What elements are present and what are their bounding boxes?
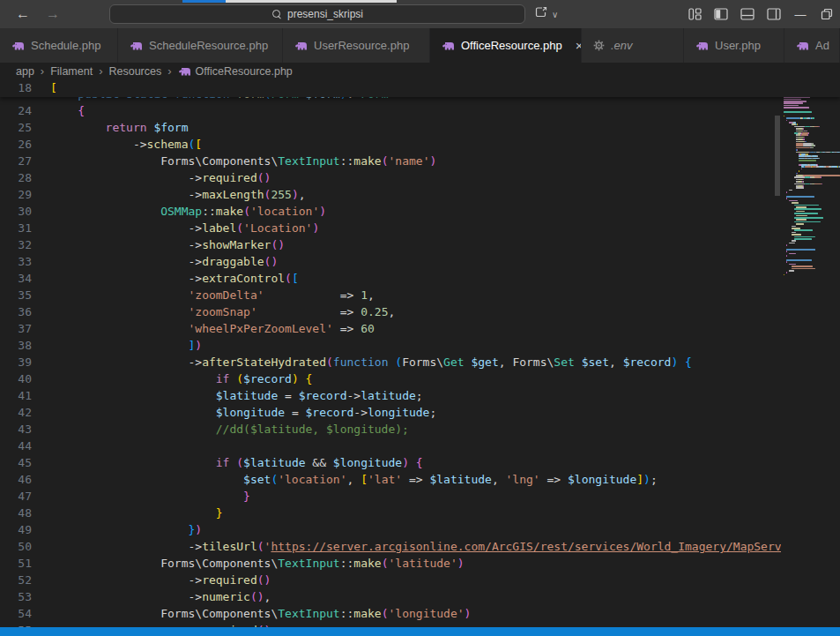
code-line[interactable]: 45if ($latitude && $longitude) { bbox=[0, 454, 781, 471]
line-number[interactable]: 41 bbox=[0, 387, 32, 404]
line-number[interactable]: 46 bbox=[0, 471, 32, 488]
line-number[interactable]: 33 bbox=[0, 253, 32, 270]
code-line[interactable]: 43//dd($latitude, $longitude); bbox=[0, 421, 781, 438]
customize-layout-icon[interactable] bbox=[681, 0, 708, 28]
minimap-line bbox=[794, 213, 818, 214]
breadcrumb-item-app[interactable]: app bbox=[16, 65, 34, 78]
breadcrumb-item-resources[interactable]: Resources bbox=[108, 65, 161, 78]
status-bar[interactable] bbox=[0, 627, 840, 636]
line-number[interactable]: 39 bbox=[0, 354, 32, 370]
code-line[interactable]: 39->afterStateHydrated(function (Forms\G… bbox=[0, 354, 781, 370]
tab-user-php[interactable]: User.php bbox=[684, 28, 784, 63]
tab-userresource-php[interactable]: UserResource.php bbox=[283, 28, 430, 63]
line-number[interactable]: 44 bbox=[0, 438, 32, 454]
code-line[interactable]: 37'wheelPxPerZoomLevel' => 60 bbox=[0, 320, 781, 337]
code-line[interactable]: 30OSMMap::make('location') bbox=[0, 203, 781, 220]
code-line[interactable]: 35'zoomDelta' => 1, bbox=[0, 287, 781, 303]
back-arrow-icon[interactable]: ← bbox=[16, 6, 30, 22]
forward-arrow-icon[interactable]: → bbox=[46, 6, 60, 22]
code-line[interactable]: 42$longitude = $record->longitude; bbox=[0, 404, 781, 421]
line-number[interactable]: 26 bbox=[0, 136, 32, 153]
line-number[interactable]: 25 bbox=[0, 119, 32, 136]
code-line[interactable]: 51Forms\Components\TextInput::make('lati… bbox=[0, 555, 781, 572]
line-number[interactable]: 18 bbox=[0, 79, 32, 97]
line-number[interactable]: 29 bbox=[0, 186, 32, 203]
tab-officeresource-php[interactable]: OfficeResource.php× bbox=[430, 28, 582, 63]
tab-scheduleresource-php[interactable]: ScheduleResource.php bbox=[118, 28, 283, 63]
line-number[interactable]: 53 bbox=[0, 588, 32, 605]
line-number[interactable]: 52 bbox=[0, 572, 32, 588]
code-line[interactable]: public static function form(Form $form):… bbox=[0, 97, 840, 102]
code-line[interactable]: 29->maxLength(255), bbox=[0, 186, 781, 203]
minimap-line bbox=[798, 131, 803, 132]
code-line[interactable]: 27Forms\Components\TextInput::make('name… bbox=[0, 153, 781, 169]
code-line[interactable]: 48} bbox=[0, 505, 781, 521]
line-number[interactable]: 50 bbox=[0, 538, 32, 555]
restore-window-button[interactable] bbox=[814, 0, 840, 28]
breadcrumb-file[interactable]: OfficeResource.php bbox=[178, 65, 293, 78]
tab-ad[interactable]: Ad bbox=[784, 28, 840, 63]
code-line[interactable]: 32->showMarker() bbox=[0, 236, 781, 253]
minimap-line bbox=[796, 223, 804, 225]
line-number[interactable]: 51 bbox=[0, 555, 32, 572]
minimap-slider[interactable] bbox=[775, 116, 780, 196]
minimize-button[interactable]: — bbox=[787, 0, 814, 28]
code-line[interactable]: 28->required() bbox=[0, 169, 781, 186]
line-number[interactable]: 37 bbox=[0, 320, 32, 337]
code-line[interactable]: 53->numeric(), bbox=[0, 588, 781, 605]
code-line[interactable]: 25return $form bbox=[0, 119, 781, 136]
line-number[interactable]: 42 bbox=[0, 404, 32, 421]
line-number[interactable]: 27 bbox=[0, 153, 32, 169]
code-line[interactable]: 24{ bbox=[0, 102, 781, 119]
tab--env[interactable]: .env bbox=[582, 28, 684, 63]
line-number[interactable]: 47 bbox=[0, 488, 32, 505]
line-number[interactable] bbox=[0, 97, 32, 102]
command-center-search[interactable]: presensi_skripsi bbox=[109, 4, 525, 24]
line-number[interactable]: 34 bbox=[0, 270, 32, 287]
line-number[interactable]: 38 bbox=[0, 337, 32, 354]
code-line[interactable]: 26->schema([ bbox=[0, 136, 781, 153]
minimap[interactable] bbox=[781, 79, 840, 627]
line-number[interactable]: 32 bbox=[0, 236, 32, 253]
tab-schedule-php[interactable]: Schedule.php bbox=[0, 28, 118, 63]
toggle-sidebar-icon[interactable] bbox=[708, 0, 734, 28]
code-line[interactable]: 41$latitude = $record->latitude; bbox=[0, 387, 781, 404]
code-line[interactable]: 54Forms\Components\TextInput::make('long… bbox=[0, 605, 781, 622]
toggle-secondary-sidebar-icon[interactable] bbox=[761, 0, 787, 28]
line-number[interactable]: 36 bbox=[0, 303, 32, 320]
toggle-panel-icon[interactable] bbox=[734, 0, 761, 28]
sticky-scroll-line[interactable]: 18[ bbox=[0, 79, 840, 97]
code-line[interactable]: 34->extraControl([ bbox=[0, 270, 781, 287]
code-line[interactable]: 47} bbox=[0, 488, 781, 505]
chevron-down-icon[interactable]: ∨ bbox=[552, 10, 558, 19]
minimap-line bbox=[812, 117, 814, 119]
line-number[interactable]: 40 bbox=[0, 370, 32, 387]
code-line[interactable]: 31->label('Location') bbox=[0, 220, 781, 236]
code-line[interactable]: 52->required() bbox=[0, 572, 781, 588]
code-line[interactable]: 44 bbox=[0, 438, 781, 454]
line-number[interactable]: 28 bbox=[0, 169, 32, 186]
line-number[interactable]: 43 bbox=[0, 421, 32, 438]
code-line[interactable]: 49}) bbox=[0, 521, 781, 538]
code-line[interactable]: 33->draggable() bbox=[0, 253, 781, 270]
line-number[interactable]: 30 bbox=[0, 203, 32, 220]
code-line[interactable]: 38]) bbox=[0, 337, 781, 354]
breadcrumb-item-filament[interactable]: Filament bbox=[50, 65, 93, 78]
line-number[interactable]: 48 bbox=[0, 505, 32, 521]
code-editor[interactable]: 18[ public static function form(Form $fo… bbox=[0, 79, 840, 627]
code-line[interactable]: 46$set('location', ['lat' => $latitude, … bbox=[0, 471, 781, 488]
new-window-action-icon[interactable] bbox=[534, 5, 548, 23]
tab-close-icon[interactable]: × bbox=[576, 39, 582, 52]
line-number[interactable]: 35 bbox=[0, 287, 32, 303]
line-number[interactable]: 49 bbox=[0, 521, 32, 538]
minimap-line bbox=[808, 132, 809, 134]
code-line[interactable]: 18[ bbox=[0, 79, 840, 97]
code-line[interactable]: 36'zoomSnap' => 0.25, bbox=[0, 303, 781, 320]
line-number[interactable]: 54 bbox=[0, 605, 32, 622]
line-number[interactable]: 45 bbox=[0, 454, 32, 471]
tab-label: Schedule.php bbox=[31, 39, 101, 52]
line-number[interactable]: 31 bbox=[0, 220, 32, 236]
line-number[interactable]: 24 bbox=[0, 102, 32, 119]
code-line[interactable]: 50->tilesUrl('https://server.arcgisonlin… bbox=[0, 538, 781, 555]
code-line[interactable]: 40if ($record) { bbox=[0, 370, 781, 387]
